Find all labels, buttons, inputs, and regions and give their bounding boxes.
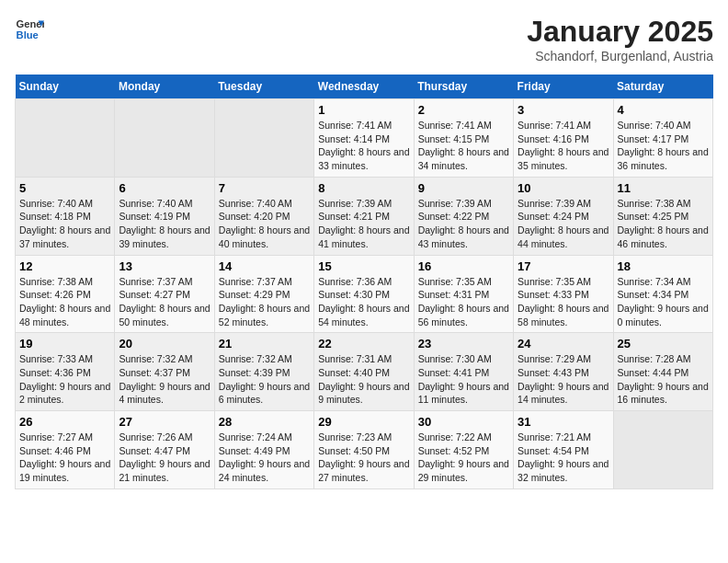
day-content: Sunrise: 7:37 AM Sunset: 4:29 PM Dayligh… — [219, 275, 310, 329]
day-content: Sunrise: 7:39 AM Sunset: 4:22 PM Dayligh… — [418, 197, 509, 251]
calendar-week-0: 1Sunrise: 7:41 AM Sunset: 4:14 PM Daylig… — [16, 99, 713, 178]
day-content: Sunrise: 7:24 AM Sunset: 4:49 PM Dayligh… — [219, 431, 310, 485]
day-number: 24 — [518, 337, 609, 350]
day-number: 20 — [119, 337, 210, 350]
calendar-cell: 25Sunrise: 7:28 AM Sunset: 4:44 PM Dayli… — [613, 333, 712, 411]
day-content: Sunrise: 7:36 AM Sunset: 4:30 PM Dayligh… — [318, 275, 409, 329]
day-content: Sunrise: 7:40 AM Sunset: 4:20 PM Dayligh… — [219, 197, 310, 251]
day-number: 22 — [318, 337, 409, 350]
day-number: 19 — [19, 337, 110, 350]
month-title: January 2025 — [527, 15, 713, 49]
svg-text:Blue: Blue — [17, 29, 39, 40]
calendar-cell — [214, 99, 313, 178]
day-content: Sunrise: 7:35 AM Sunset: 4:31 PM Dayligh… — [418, 275, 509, 329]
logo: General Blue — [15, 15, 44, 44]
calendar-cell: 21Sunrise: 7:32 AM Sunset: 4:39 PM Dayli… — [214, 333, 313, 411]
day-content: Sunrise: 7:37 AM Sunset: 4:27 PM Dayligh… — [119, 275, 210, 329]
day-number: 13 — [119, 259, 210, 273]
calendar-cell — [613, 411, 712, 489]
day-number: 26 — [19, 415, 110, 429]
calendar-week-1: 5Sunrise: 7:40 AM Sunset: 4:18 PM Daylig… — [16, 177, 713, 255]
calendar-week-2: 12Sunrise: 7:38 AM Sunset: 4:26 PM Dayli… — [16, 255, 713, 333]
day-number: 3 — [518, 103, 609, 117]
day-number: 23 — [418, 337, 509, 350]
day-content: Sunrise: 7:28 AM Sunset: 4:44 PM Dayligh… — [618, 352, 709, 407]
day-number: 7 — [219, 181, 310, 195]
day-number: 28 — [219, 415, 310, 429]
day-content: Sunrise: 7:40 AM Sunset: 4:17 PM Dayligh… — [618, 119, 709, 173]
day-content: Sunrise: 7:30 AM Sunset: 4:41 PM Dayligh… — [418, 352, 509, 407]
day-content: Sunrise: 7:39 AM Sunset: 4:24 PM Dayligh… — [518, 197, 609, 251]
day-content: Sunrise: 7:35 AM Sunset: 4:33 PM Dayligh… — [518, 275, 609, 329]
header-cell-sunday: Sunday — [16, 75, 115, 99]
day-number: 12 — [19, 259, 110, 273]
day-content: Sunrise: 7:31 AM Sunset: 4:40 PM Dayligh… — [318, 352, 409, 407]
header-cell-friday: Friday — [514, 75, 613, 99]
calendar-cell: 28Sunrise: 7:24 AM Sunset: 4:49 PM Dayli… — [214, 411, 313, 489]
day-number: 30 — [418, 415, 509, 429]
calendar-cell: 17Sunrise: 7:35 AM Sunset: 4:33 PM Dayli… — [514, 255, 613, 333]
day-number: 8 — [318, 181, 409, 195]
calendar-cell: 24Sunrise: 7:29 AM Sunset: 4:43 PM Dayli… — [514, 333, 613, 411]
header-cell-thursday: Thursday — [414, 75, 513, 99]
day-content: Sunrise: 7:32 AM Sunset: 4:39 PM Dayligh… — [219, 352, 310, 407]
day-content: Sunrise: 7:40 AM Sunset: 4:18 PM Dayligh… — [19, 197, 110, 251]
page-header: General Blue January 2025 Schandorf, Bur… — [15, 15, 713, 63]
calendar-cell: 18Sunrise: 7:34 AM Sunset: 4:34 PM Dayli… — [613, 255, 712, 333]
logo-icon: General Blue — [15, 15, 44, 44]
header-cell-tuesday: Tuesday — [214, 75, 313, 99]
calendar-header: SundayMondayTuesdayWednesdayThursdayFrid… — [16, 75, 713, 99]
location-subtitle: Schandorf, Burgenland, Austria — [527, 49, 713, 63]
day-number: 29 — [318, 415, 409, 429]
calendar-cell: 27Sunrise: 7:26 AM Sunset: 4:47 PM Dayli… — [115, 411, 214, 489]
day-content: Sunrise: 7:41 AM Sunset: 4:15 PM Dayligh… — [418, 119, 509, 173]
header-cell-wednesday: Wednesday — [314, 75, 414, 99]
calendar-week-3: 19Sunrise: 7:33 AM Sunset: 4:36 PM Dayli… — [16, 333, 713, 411]
day-content: Sunrise: 7:27 AM Sunset: 4:46 PM Dayligh… — [19, 431, 110, 485]
calendar-cell: 3Sunrise: 7:41 AM Sunset: 4:16 PM Daylig… — [514, 99, 613, 178]
calendar-table: SundayMondayTuesdayWednesdayThursdayFrid… — [15, 75, 713, 489]
day-number: 5 — [19, 181, 110, 195]
calendar-cell: 2Sunrise: 7:41 AM Sunset: 4:15 PM Daylig… — [414, 99, 513, 178]
day-number: 2 — [418, 103, 509, 117]
day-number: 18 — [618, 259, 709, 273]
day-number: 1 — [318, 103, 409, 117]
day-content: Sunrise: 7:41 AM Sunset: 4:14 PM Dayligh… — [318, 119, 409, 173]
calendar-cell: 13Sunrise: 7:37 AM Sunset: 4:27 PM Dayli… — [115, 255, 214, 333]
day-number: 15 — [318, 259, 409, 273]
calendar-cell: 7Sunrise: 7:40 AM Sunset: 4:20 PM Daylig… — [214, 177, 313, 255]
calendar-cell: 9Sunrise: 7:39 AM Sunset: 4:22 PM Daylig… — [414, 177, 513, 255]
calendar-cell: 1Sunrise: 7:41 AM Sunset: 4:14 PM Daylig… — [314, 99, 414, 178]
day-content: Sunrise: 7:29 AM Sunset: 4:43 PM Dayligh… — [518, 352, 609, 407]
day-content: Sunrise: 7:38 AM Sunset: 4:26 PM Dayligh… — [19, 275, 110, 329]
day-content: Sunrise: 7:32 AM Sunset: 4:37 PM Dayligh… — [119, 352, 210, 407]
calendar-cell: 16Sunrise: 7:35 AM Sunset: 4:31 PM Dayli… — [414, 255, 513, 333]
calendar-cell: 8Sunrise: 7:39 AM Sunset: 4:21 PM Daylig… — [314, 177, 414, 255]
day-content: Sunrise: 7:26 AM Sunset: 4:47 PM Dayligh… — [119, 431, 210, 485]
calendar-cell — [115, 99, 214, 178]
calendar-cell: 29Sunrise: 7:23 AM Sunset: 4:50 PM Dayli… — [314, 411, 414, 489]
header-cell-monday: Monday — [115, 75, 214, 99]
calendar-week-4: 26Sunrise: 7:27 AM Sunset: 4:46 PM Dayli… — [16, 411, 713, 489]
calendar-body: 1Sunrise: 7:41 AM Sunset: 4:14 PM Daylig… — [16, 99, 713, 489]
calendar-cell: 4Sunrise: 7:40 AM Sunset: 4:17 PM Daylig… — [613, 99, 712, 178]
day-number: 25 — [618, 337, 709, 350]
day-number: 21 — [219, 337, 310, 350]
day-number: 9 — [418, 181, 509, 195]
title-block: January 2025 Schandorf, Burgenland, Aust… — [527, 15, 713, 63]
day-content: Sunrise: 7:41 AM Sunset: 4:16 PM Dayligh… — [518, 119, 609, 173]
day-number: 6 — [119, 181, 210, 195]
day-content: Sunrise: 7:33 AM Sunset: 4:36 PM Dayligh… — [19, 352, 110, 407]
day-content: Sunrise: 7:21 AM Sunset: 4:54 PM Dayligh… — [518, 431, 609, 485]
day-content: Sunrise: 7:38 AM Sunset: 4:25 PM Dayligh… — [618, 197, 709, 251]
calendar-cell: 30Sunrise: 7:22 AM Sunset: 4:52 PM Dayli… — [414, 411, 513, 489]
day-content: Sunrise: 7:34 AM Sunset: 4:34 PM Dayligh… — [618, 275, 709, 329]
calendar-cell: 12Sunrise: 7:38 AM Sunset: 4:26 PM Dayli… — [16, 255, 115, 333]
day-number: 11 — [618, 181, 709, 195]
day-content: Sunrise: 7:40 AM Sunset: 4:19 PM Dayligh… — [119, 197, 210, 251]
calendar-cell: 26Sunrise: 7:27 AM Sunset: 4:46 PM Dayli… — [16, 411, 115, 489]
calendar-cell: 11Sunrise: 7:38 AM Sunset: 4:25 PM Dayli… — [613, 177, 712, 255]
calendar-cell: 19Sunrise: 7:33 AM Sunset: 4:36 PM Dayli… — [16, 333, 115, 411]
calendar-cell: 14Sunrise: 7:37 AM Sunset: 4:29 PM Dayli… — [214, 255, 313, 333]
day-number: 16 — [418, 259, 509, 273]
